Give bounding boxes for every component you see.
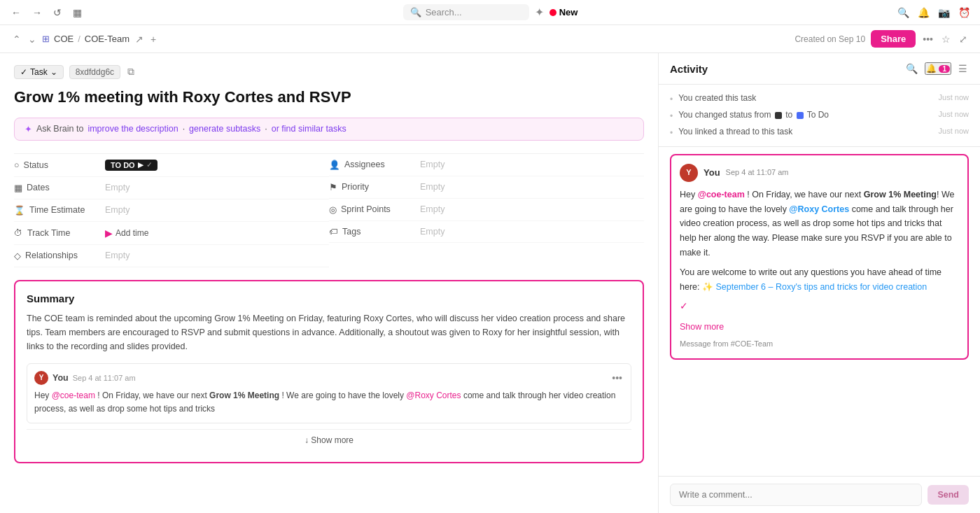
- activity-text-1: You created this task: [678, 93, 932, 103]
- field-priority-label: ⚑ Priority: [329, 182, 420, 192]
- export-btn[interactable]: ↗: [134, 32, 145, 46]
- preview-bold: Grow 1% Meeting: [209, 391, 279, 400]
- global-search-btn[interactable]: 🔍: [896, 6, 911, 20]
- breadcrumb-bar: ⌃ ⌄ ⊞ COE / COE-Team ↗ + Created on Sep …: [0, 25, 980, 53]
- activity-title: Activity: [670, 63, 708, 75]
- task-type-badge[interactable]: ✓ Task ⌄: [14, 65, 64, 79]
- relationships-value[interactable]: Empty: [105, 251, 130, 260]
- activity-time-2: Just now: [939, 110, 969, 118]
- field-assignees: 👤 Assignees Empty: [329, 154, 644, 176]
- top-bar: ← → ↺ ▦ 🔍 Search... ✦ New 🔍 🔔 📷 ⏰: [0, 0, 980, 25]
- assignees-icon: 👤: [329, 160, 340, 170]
- preview-sender: You: [52, 373, 69, 383]
- status-value[interactable]: TO DO ▶ ✓: [105, 160, 158, 171]
- message-preview-header: Y You Sep 4 at 11:07 am •••: [34, 371, 624, 385]
- breadcrumb-sep: /: [78, 34, 80, 44]
- dates-value[interactable]: Empty: [105, 183, 130, 192]
- task-id-badge: 8xdfddg6c: [69, 65, 120, 79]
- created-label: Created on Sep 10: [794, 34, 865, 44]
- time-estimate-icon: ⌛: [14, 205, 25, 216]
- left-panel: ✓ Task ⌄ 8xdfddg6c ⧉ Grow 1% meeting wit…: [0, 53, 658, 513]
- field-status: ○ Status TO DO ▶ ✓: [14, 154, 329, 177]
- more-btn[interactable]: •••: [921, 32, 934, 46]
- share-button[interactable]: Share: [871, 30, 916, 48]
- star-btn[interactable]: ☆: [940, 32, 952, 46]
- task-type-label: Task: [30, 67, 48, 77]
- field-relationships-label: ◇ Relationships: [14, 251, 105, 261]
- activity-dot-1: •: [670, 94, 673, 104]
- new-button[interactable]: New: [550, 7, 578, 17]
- video-btn[interactable]: 📷: [937, 6, 951, 20]
- comment-input[interactable]: [670, 484, 922, 506]
- add-time-icon: ▶: [105, 227, 113, 239]
- preview-avatar: Y: [34, 371, 48, 385]
- dates-icon: ▦: [14, 183, 22, 193]
- message-time: Sep 4 at 11:07 am: [726, 167, 789, 179]
- ai-improve-link[interactable]: improve the description: [88, 124, 178, 134]
- send-button[interactable]: Send: [927, 485, 969, 505]
- show-more-button[interactable]: ↓ Show more: [27, 429, 631, 451]
- preview-body: Hey @coe-team ! On Friday, we have our n…: [34, 389, 624, 416]
- workspace-icon: ⊞: [42, 34, 50, 44]
- activity-text-3: You linked a thread to this task: [678, 127, 932, 136]
- field-priority: ⚑ Priority Empty: [329, 176, 644, 199]
- show-more-link[interactable]: Show more: [680, 320, 959, 334]
- field-time-estimate: ⌛ Time Estimate Empty: [14, 199, 329, 222]
- nav-back[interactable]: ←: [8, 6, 24, 20]
- preview-mention2: @Roxy Cortes: [406, 391, 461, 400]
- ai-banner: ✦ Ask Brain to improve the description ·…: [14, 118, 644, 141]
- activity-search-btn[interactable]: 🔍: [904, 62, 919, 76]
- breadcrumb-actions: Created on Sep 10 Share ••• ☆ ⤢: [794, 30, 969, 48]
- search-placeholder: Search...: [426, 7, 462, 17]
- nav-forward[interactable]: →: [29, 6, 45, 20]
- assignees-value[interactable]: Empty: [420, 160, 444, 169]
- sprint-points-value[interactable]: Empty: [420, 204, 444, 214]
- top-right-controls: 🔍 🔔 📷 ⏰: [896, 6, 972, 20]
- search-icon: 🔍: [410, 7, 421, 17]
- task-view-btn[interactable]: ⧉: [126, 64, 136, 79]
- activity-header: Activity 🔍 🔔 1 ☰: [659, 53, 980, 85]
- tags-value[interactable]: Empty: [420, 227, 444, 237]
- collapse-btn[interactable]: ⌃: [11, 32, 22, 46]
- summary-text: The COE team is reminded about the upcom…: [27, 311, 631, 353]
- msg-mention1: @coe-team: [698, 190, 745, 199]
- message-avatar: Y: [680, 164, 698, 182]
- activity-header-right: 🔍 🔔 1 ☰: [904, 62, 969, 76]
- activity-list: • You created this task Just now • You c…: [659, 85, 980, 147]
- track-time-icon: ⏱: [14, 228, 23, 238]
- preview-more-btn[interactable]: •••: [610, 371, 624, 385]
- message-body-2: You are welcome to write out any questio…: [680, 265, 959, 294]
- clock-btn[interactable]: ⏰: [957, 6, 972, 20]
- msg-doc-link[interactable]: September 6 – Roxy's tips and tricks for…: [715, 282, 927, 292]
- sparkle-icon: ✦: [535, 6, 544, 19]
- field-dates: ▦ Dates Empty: [14, 177, 329, 199]
- search-bar[interactable]: 🔍 Search...: [403, 4, 529, 20]
- notifications-btn[interactable]: 🔔: [916, 6, 931, 20]
- add-btn[interactable]: +: [149, 32, 158, 46]
- nav-controls: ← → ↺ ▦: [8, 6, 85, 20]
- ai-prefix: Ask Brain to: [36, 124, 83, 134]
- workspace-label: COE: [54, 34, 74, 44]
- activity-panel: Activity 🔍 🔔 1 ☰ • You created this task…: [658, 53, 980, 513]
- activity-item-3: • You linked a thread to this task Just …: [670, 124, 969, 141]
- notification-badge: 1: [939, 65, 950, 73]
- field-tags-label: 🏷 Tags: [329, 227, 420, 237]
- priority-value[interactable]: Empty: [420, 182, 444, 192]
- fullscreen-btn[interactable]: ⤢: [958, 32, 969, 46]
- activity-item-1: • You created this task Just now: [670, 90, 969, 107]
- field-relationships: ◇ Relationships Empty: [14, 245, 329, 267]
- ai-subtasks-link[interactable]: generate subtasks: [189, 124, 260, 134]
- preview-time: Sep 4 at 11:07 am: [73, 374, 136, 382]
- breadcrumb: ⌃ ⌄ ⊞ COE / COE-Team ↗ +: [11, 32, 158, 46]
- ai-sparkle-icon: ✦: [24, 124, 32, 134]
- nav-calendar[interactable]: ▦: [70, 6, 85, 20]
- status-from-icon: [775, 112, 782, 119]
- nav-history[interactable]: ↺: [50, 6, 64, 20]
- add-time-button[interactable]: ▶ Add time: [105, 227, 148, 239]
- activity-filter-btn[interactable]: ☰: [957, 62, 969, 76]
- status-check: ✓: [146, 161, 152, 169]
- ai-similar-link[interactable]: or find similar tasks: [272, 124, 346, 134]
- time-estimate-value[interactable]: Empty: [105, 205, 130, 215]
- nav-down-btn[interactable]: ⌄: [27, 32, 38, 46]
- activity-notification-btn[interactable]: 🔔 1: [925, 62, 951, 75]
